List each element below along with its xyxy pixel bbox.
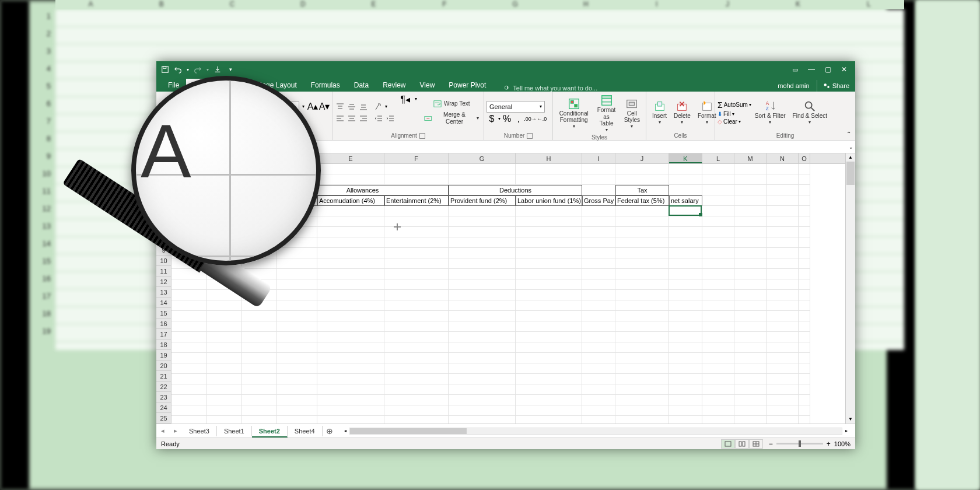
merged-header-tax[interactable]: Tax bbox=[615, 185, 669, 195]
font-size-input[interactable]: 11 bbox=[281, 102, 299, 112]
tab-formulas[interactable]: Formulas bbox=[304, 79, 347, 92]
save-icon[interactable] bbox=[160, 64, 170, 75]
row-header-22[interactable]: 22 bbox=[156, 382, 171, 392]
row-header-2[interactable]: 2 bbox=[156, 172, 171, 182]
row-headers[interactable]: 1234567891011121314151617181920212223242… bbox=[156, 161, 172, 424]
row-header-20[interactable]: 20 bbox=[156, 360, 171, 371]
row-header-3[interactable]: 3 bbox=[156, 182, 171, 192]
alignment-launcher-icon[interactable] bbox=[419, 133, 425, 139]
insert-cells-button[interactable]: Insert▾ bbox=[649, 99, 670, 126]
hscroll-thumb[interactable] bbox=[350, 428, 467, 434]
row-header-11[interactable]: 11 bbox=[156, 266, 171, 276]
increase-font-icon[interactable]: A▴ bbox=[307, 102, 318, 112]
col-header-E[interactable]: E bbox=[317, 153, 384, 163]
hscroll-right-icon[interactable]: ▸ bbox=[842, 428, 850, 433]
page-layout-view-icon[interactable] bbox=[735, 439, 749, 449]
tab-page-layout[interactable]: Page Layout bbox=[250, 79, 303, 92]
border-icon[interactable] bbox=[225, 113, 236, 124]
row-header-23[interactable]: 23 bbox=[156, 392, 171, 402]
account-name[interactable]: mohd amin bbox=[771, 80, 816, 92]
maximize-icon[interactable]: ▢ bbox=[820, 64, 835, 75]
sheet-tab-sheet2[interactable]: Sheet2 bbox=[252, 426, 288, 438]
align-right-icon[interactable] bbox=[358, 113, 369, 124]
tab-home[interactable]: Home bbox=[186, 79, 219, 92]
vertical-scrollbar[interactable]: ▲ ▼ bbox=[845, 153, 855, 424]
underline-icon[interactable]: U bbox=[214, 113, 224, 124]
row-header-7[interactable]: 7 bbox=[156, 224, 171, 235]
field-H[interactable]: Labor union fund (1%) bbox=[516, 195, 582, 206]
sheet-nav-next-icon[interactable]: ▸ bbox=[169, 427, 182, 435]
field-E[interactable]: Accomudation (4%) bbox=[317, 195, 384, 206]
hscroll-left-icon[interactable]: ◂ bbox=[341, 428, 349, 433]
scroll-down-icon[interactable]: ▼ bbox=[846, 415, 855, 424]
align-center-icon[interactable] bbox=[346, 113, 357, 124]
sheet-nav-prev-icon[interactable]: ◂ bbox=[156, 427, 169, 435]
tab-review[interactable]: Review bbox=[376, 79, 412, 92]
normal-view-icon[interactable] bbox=[721, 439, 735, 449]
cell-styles-button[interactable]: Cell Styles▾ bbox=[621, 96, 643, 130]
field-G[interactable]: Provident fund (2%) bbox=[449, 195, 516, 206]
zoom-in-icon[interactable]: + bbox=[827, 440, 831, 448]
row-header-1[interactable]: 1 bbox=[156, 161, 171, 172]
row-header-6[interactable]: 6 bbox=[156, 214, 171, 224]
qat-customize-icon[interactable]: ▾ bbox=[225, 64, 236, 75]
increase-indent-icon[interactable] bbox=[385, 113, 396, 124]
expand-formula-icon[interactable]: ⌄ bbox=[847, 144, 855, 150]
col-header-M[interactable]: M bbox=[734, 153, 766, 163]
ribbon-options-icon[interactable]: ▭ bbox=[788, 64, 803, 75]
undo-icon[interactable] bbox=[173, 64, 183, 75]
font-launcher-icon[interactable] bbox=[264, 133, 270, 139]
col-header-J[interactable]: J bbox=[615, 153, 669, 163]
add-sheet-icon[interactable]: ⊕ bbox=[323, 426, 337, 436]
select-all-corner[interactable] bbox=[156, 153, 172, 161]
col-header-[interactable] bbox=[276, 153, 317, 163]
row-header-14[interactable]: 14 bbox=[156, 298, 171, 308]
currency-icon[interactable]: $ bbox=[487, 114, 497, 124]
bold-icon[interactable]: B bbox=[190, 113, 201, 124]
fill-button[interactable]: ⬇Fill▾ bbox=[718, 111, 751, 117]
increase-decimal-icon[interactable]: .00→ bbox=[525, 114, 536, 124]
row-header-18[interactable]: 18 bbox=[156, 340, 171, 350]
sort-filter-button[interactable]: AZ Sort & Filter▾ bbox=[751, 99, 789, 126]
col-header-[interactable] bbox=[242, 153, 276, 163]
worksheet-grid[interactable]: 1234567891011121314151617181920212223242… bbox=[156, 153, 855, 424]
tell-me-search[interactable]: Tell me what you want to do... bbox=[503, 85, 597, 92]
touch-mode-icon[interactable] bbox=[212, 64, 223, 75]
collapse-ribbon-icon[interactable]: ⌃ bbox=[845, 130, 853, 138]
autosum-button[interactable]: ΣAutoSum▾ bbox=[718, 100, 751, 110]
merged-header-deductions[interactable]: Deductions bbox=[449, 185, 582, 195]
rtl-icon[interactable]: ¶◂ bbox=[400, 94, 410, 104]
tab-insert[interactable]: Insert bbox=[219, 79, 250, 92]
field-J[interactable]: Federal tax (5%) bbox=[615, 195, 669, 206]
name-box[interactable] bbox=[156, 141, 202, 153]
tab-view[interactable]: View bbox=[413, 79, 442, 92]
horizontal-scrollbar[interactable] bbox=[349, 428, 842, 435]
page-break-view-icon[interactable] bbox=[749, 439, 763, 449]
fill-color-icon[interactable] bbox=[240, 113, 251, 124]
close-icon[interactable]: ✕ bbox=[836, 64, 852, 75]
tab-power-pivot[interactable]: Power Pivot bbox=[442, 79, 493, 92]
align-middle-icon[interactable] bbox=[346, 102, 357, 112]
number-launcher-icon[interactable] bbox=[527, 133, 533, 139]
col-header-I[interactable]: I bbox=[582, 153, 615, 163]
wrap-text-button[interactable]: Wrap Text bbox=[422, 99, 481, 109]
zoom-slider[interactable] bbox=[776, 443, 823, 444]
sheet-tab-sheet4[interactable]: Sheet4 bbox=[288, 426, 323, 436]
find-select-button[interactable]: Find & Select▾ bbox=[789, 99, 831, 126]
row-header-5[interactable]: 5 bbox=[156, 203, 171, 214]
row-header-17[interactable]: 17 bbox=[156, 329, 171, 340]
field-F[interactable]: Entertainment (2%) bbox=[384, 195, 449, 206]
orientation-icon[interactable] bbox=[373, 102, 384, 112]
row-header-12[interactable]: 12 bbox=[156, 276, 171, 287]
share-button[interactable]: Share bbox=[817, 80, 855, 92]
col-header-H[interactable]: H bbox=[516, 153, 582, 163]
fx-icon[interactable]: fx bbox=[202, 144, 216, 150]
italic-icon[interactable]: I bbox=[202, 113, 212, 124]
row-header-25[interactable]: 25 bbox=[156, 413, 171, 424]
zoom-level[interactable]: 100% bbox=[834, 440, 850, 447]
delete-cells-button[interactable]: Delete▾ bbox=[670, 99, 694, 126]
number-format-select[interactable]: General▾ bbox=[487, 101, 545, 113]
redo-icon[interactable] bbox=[192, 64, 203, 75]
tab-data[interactable]: Data bbox=[347, 79, 376, 92]
tab-file[interactable]: File bbox=[161, 79, 186, 92]
